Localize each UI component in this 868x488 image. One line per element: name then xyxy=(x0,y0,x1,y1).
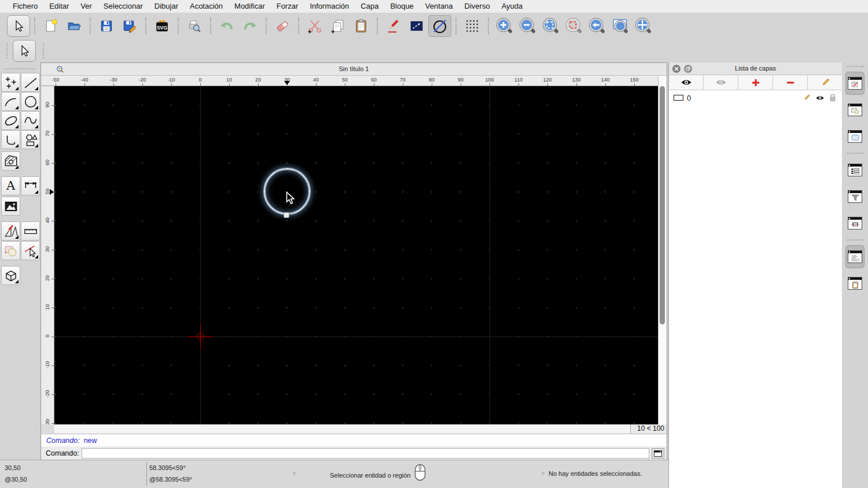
circle-tool-button[interactable] xyxy=(21,92,40,111)
document-title-bar[interactable]: Sin título 1 xyxy=(41,63,667,76)
zoom-window-icon xyxy=(612,17,629,35)
hatch-tool-button[interactable] xyxy=(1,151,20,171)
menu-capa[interactable]: Capa xyxy=(355,0,384,13)
menu-editar[interactable]: Editar xyxy=(43,0,75,13)
library-panel-toggle[interactable] xyxy=(845,125,865,148)
menu-ventana[interactable]: Ventana xyxy=(420,0,459,13)
command-input[interactable] xyxy=(82,448,649,459)
blocks-panel-toggle[interactable] xyxy=(845,98,865,121)
copy-icon xyxy=(330,18,346,34)
zoom-window-button[interactable] xyxy=(609,15,632,37)
horizontal-scrollbar[interactable] xyxy=(41,424,667,433)
circle-slash-icon xyxy=(431,17,448,35)
menu-dibujar[interactable]: Dibujar xyxy=(149,0,184,13)
copy-button[interactable] xyxy=(326,15,350,37)
zoom-pan-button[interactable] xyxy=(632,15,655,37)
absolute-polar: 58.3095<59° xyxy=(149,464,186,471)
menu-seleccionar[interactable]: Seleccionar xyxy=(98,0,149,13)
menu-fichero[interactable]: Fichero xyxy=(7,0,43,13)
paste-button[interactable] xyxy=(350,15,373,37)
modify-tool-button[interactable] xyxy=(1,221,20,241)
h-ruler-label: 110 xyxy=(514,77,523,83)
text-tool-button[interactable]: A xyxy=(1,176,20,195)
polyline-tool-button[interactable] xyxy=(1,130,20,149)
close-panel-button[interactable] xyxy=(672,65,681,73)
float-panel-button[interactable] xyxy=(684,65,692,73)
command-detach-button[interactable] xyxy=(652,448,664,459)
remove-layer-button[interactable] xyxy=(773,75,808,90)
save-as-button[interactable] xyxy=(118,15,141,37)
save-button[interactable] xyxy=(95,15,118,37)
order-tool-button[interactable] xyxy=(1,241,20,260)
layer-lock-icon[interactable] xyxy=(829,94,836,102)
points-tool-button[interactable] xyxy=(1,73,20,92)
h-ruler-label: -40 xyxy=(80,77,88,83)
dimension-panel-toggle[interactable] xyxy=(845,212,865,235)
undo-button[interactable] xyxy=(215,15,238,37)
zoom-out-button[interactable] xyxy=(516,15,539,37)
zoom-redraw-button[interactable] xyxy=(562,15,586,37)
edit-layer-icon[interactable] xyxy=(803,94,811,102)
image-tool-button[interactable] xyxy=(1,197,20,216)
menu-forzar[interactable]: Forzar xyxy=(271,0,304,13)
palette-handle[interactable] xyxy=(4,68,35,69)
clipboard-panel-toggle[interactable] xyxy=(845,272,865,295)
zoom-in-button[interactable] xyxy=(493,15,516,37)
draft-mode-button[interactable] xyxy=(428,15,451,37)
arc-tool-button[interactable] xyxy=(1,92,20,111)
tool-palette: A xyxy=(0,62,41,460)
cut-button[interactable] xyxy=(303,15,326,37)
redo-button[interactable] xyxy=(238,15,262,37)
h-ruler-tick xyxy=(142,83,143,86)
open-file-button[interactable] xyxy=(62,15,86,37)
zoom-previous-button[interactable] xyxy=(586,15,609,37)
polygon-tool-button[interactable] xyxy=(21,130,40,149)
layer-visible-icon[interactable] xyxy=(815,95,825,101)
layers-panel-toggle[interactable] xyxy=(845,72,865,95)
vertical-scrollbar[interactable] xyxy=(658,76,667,424)
command-prompt-label: Comando: xyxy=(46,446,79,460)
separator xyxy=(210,18,211,34)
print-preview-button[interactable] xyxy=(183,15,206,37)
menu-diverso[interactable]: Diverso xyxy=(459,0,496,13)
dimension-tool-button[interactable] xyxy=(21,176,40,195)
select-tool-button[interactable] xyxy=(13,40,36,62)
dock-handle[interactable] xyxy=(847,66,863,67)
drawing-canvas[interactable] xyxy=(54,86,659,424)
pen-attributes-button[interactable] xyxy=(382,15,405,37)
zoom-auto-button[interactable] xyxy=(539,15,562,37)
add-layer-button[interactable] xyxy=(738,75,773,90)
export-svg-button[interactable]: SVG xyxy=(150,15,174,37)
menu-modificar[interactable]: Modificar xyxy=(229,0,271,13)
menu-información[interactable]: Información xyxy=(304,0,355,13)
select-entity-tool-button[interactable] xyxy=(21,241,40,260)
solid-tool-button[interactable] xyxy=(1,266,20,285)
hide-all-layers-button[interactable] xyxy=(704,75,738,90)
vertical-scrollbar-thumb[interactable] xyxy=(660,86,665,324)
library-window-icon xyxy=(848,130,862,143)
command-panel-toggle[interactable] xyxy=(845,245,865,268)
grid-toggle-button[interactable] xyxy=(461,15,484,37)
save-icon xyxy=(99,19,114,34)
entity-list-panel-toggle[interactable] xyxy=(845,158,865,182)
show-all-layers-button[interactable] xyxy=(669,75,704,90)
spline-tool-button[interactable] xyxy=(21,111,40,130)
edit-layer-button[interactable] xyxy=(808,75,842,90)
separator xyxy=(488,18,489,34)
menu-bloque[interactable]: Bloque xyxy=(384,0,419,13)
toolbar-handle[interactable] xyxy=(6,43,8,58)
filter-panel-toggle[interactable] xyxy=(845,185,865,208)
measure-tool-button[interactable] xyxy=(21,221,40,241)
select-arrow-button[interactable] xyxy=(7,15,30,37)
delete-button[interactable] xyxy=(271,15,294,37)
h-ruler-label: 70 xyxy=(400,77,406,83)
new-file-button[interactable] xyxy=(39,15,62,37)
menu-ver[interactable]: Ver xyxy=(75,0,98,13)
h-ruler-label: -50 xyxy=(52,77,59,83)
menu-ayuda[interactable]: Ayuda xyxy=(496,0,529,13)
line-tool-button[interactable] xyxy=(21,73,40,92)
ellipse-tool-button[interactable] xyxy=(1,111,20,130)
menu-acotación[interactable]: Acotación xyxy=(184,0,229,13)
line-attributes-button[interactable] xyxy=(405,15,428,37)
toolbar-handle[interactable] xyxy=(43,43,44,58)
